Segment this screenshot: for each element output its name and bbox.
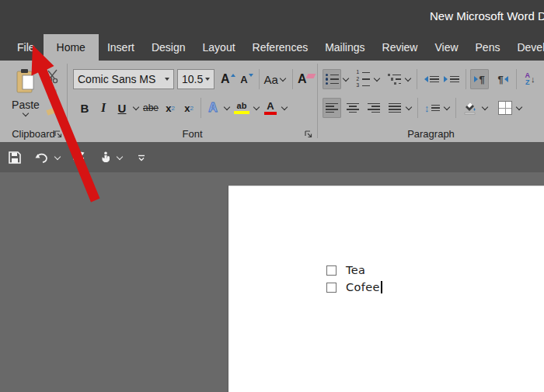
repeat-button[interactable] xyxy=(68,147,89,168)
checkbox-icon[interactable] xyxy=(326,265,337,276)
line-spacing-arrows-icon: ↕ xyxy=(424,102,430,114)
undo-button[interactable] xyxy=(31,147,53,168)
underline-chevron-icon[interactable] xyxy=(133,104,139,110)
bold-button[interactable]: B xyxy=(75,98,94,118)
touch-mode-hand-icon xyxy=(99,151,112,165)
subscript-button[interactable]: x2 xyxy=(161,98,180,118)
list-item-text[interactable]: Cofee xyxy=(346,281,380,293)
font-color-button[interactable]: A xyxy=(261,98,280,118)
font-color-chevron-icon[interactable] xyxy=(281,104,288,110)
clear-formatting-button[interactable]: A xyxy=(295,69,318,89)
superscript-num: 2 xyxy=(190,105,193,112)
highlight-chevron-icon[interactable] xyxy=(253,104,260,110)
ltr-text-direction-button[interactable]: ¶ xyxy=(470,69,489,89)
checkbox-icon[interactable] xyxy=(326,283,337,293)
paste-button[interactable]: Paste xyxy=(8,68,44,137)
font-size-dropdown-icon xyxy=(205,78,210,81)
paste-dropdown-chevron-icon[interactable] xyxy=(23,110,29,116)
change-case-glyph: Aa xyxy=(264,73,278,86)
clipboard-group: Paste Clipboard xyxy=(0,61,67,142)
decrease-indent-button[interactable] xyxy=(421,69,441,89)
bullets-button[interactable] xyxy=(323,69,341,89)
text-effects-button[interactable]: A xyxy=(204,98,222,118)
grow-font-button[interactable]: A xyxy=(218,69,238,89)
align-left-button[interactable] xyxy=(323,98,341,118)
increase-indent-button[interactable] xyxy=(441,69,462,89)
justify-chevron-icon[interactable] xyxy=(406,104,412,110)
shading-bucket-icon xyxy=(462,100,478,116)
ribbon: Paste Clipboard Comic Sa xyxy=(0,61,544,142)
eraser-icon xyxy=(306,74,316,78)
numbering-2: 2 xyxy=(357,77,360,82)
change-case-chevron-icon xyxy=(280,75,286,82)
tab-insert[interactable]: Insert xyxy=(99,34,143,61)
highlight-button[interactable]: ab xyxy=(232,98,252,118)
align-center-button[interactable] xyxy=(343,98,362,118)
tab-layout[interactable]: Layout xyxy=(194,34,244,61)
subscript-num: 2 xyxy=(171,105,174,112)
numbering-3: 3 xyxy=(357,83,360,88)
font-name-combobox[interactable]: Comic Sans MS xyxy=(73,69,174,89)
tab-design[interactable]: Design xyxy=(143,34,194,61)
text-effects-glyph: A xyxy=(208,101,218,115)
italic-button[interactable]: I xyxy=(94,98,113,118)
highlight-glyph: ab xyxy=(237,102,247,110)
save-button[interactable] xyxy=(5,147,25,168)
numbering-button[interactable]: 1 2 3 xyxy=(354,69,372,89)
rtl-arrow-icon xyxy=(504,76,508,82)
tab-developer[interactable]: Developer xyxy=(508,34,544,61)
shading-button[interactable] xyxy=(460,98,480,118)
shading-chevron-icon[interactable] xyxy=(481,104,487,110)
borders-button[interactable] xyxy=(496,98,514,118)
multilevel-chevron-icon[interactable] xyxy=(405,75,411,82)
list-item[interactable]: Cofee xyxy=(326,281,382,293)
align-right-button[interactable] xyxy=(364,98,383,118)
tab-references[interactable]: References xyxy=(244,34,317,61)
change-case-button[interactable]: Aa xyxy=(262,69,290,89)
multilevel-list-button[interactable] xyxy=(385,69,403,89)
tab-file[interactable]: File xyxy=(9,34,44,61)
touch-mode-chevron-icon[interactable] xyxy=(117,153,123,159)
touch-mouse-mode-button[interactable] xyxy=(96,147,115,168)
rtl-pilcrow-glyph: ¶ xyxy=(497,75,503,85)
save-icon xyxy=(8,151,22,165)
tab-pens[interactable]: Pens xyxy=(467,34,509,61)
sort-button[interactable]: A Z ↓ xyxy=(521,69,539,89)
clear-formatting-glyph: A xyxy=(298,72,307,86)
document-page[interactable]: Tea Cofee xyxy=(228,186,544,392)
repeat-icon xyxy=(71,151,85,165)
justify-button[interactable] xyxy=(385,98,404,118)
rtl-text-direction-button[interactable]: ¶ xyxy=(493,69,512,89)
customize-qat-icon xyxy=(137,153,146,162)
quick-access-toolbar xyxy=(0,142,544,172)
shrink-font-button[interactable]: A xyxy=(238,69,256,89)
font-color-bar xyxy=(264,112,277,115)
tab-review[interactable]: Review xyxy=(374,34,427,61)
text-effects-chevron-icon[interactable] xyxy=(224,104,230,110)
grow-font-glyph: A xyxy=(221,72,230,86)
strikethrough-glyph: abe xyxy=(143,102,159,113)
underline-button[interactable]: U xyxy=(113,98,131,118)
font-group: Comic Sans MS 10.5 A A Aa xyxy=(68,61,317,142)
tab-home[interactable]: Home xyxy=(44,34,99,61)
numbering-chevron-icon[interactable] xyxy=(374,75,380,82)
undo-icon xyxy=(34,151,50,165)
list-item[interactable]: Tea xyxy=(326,264,365,276)
list-item-text[interactable]: Tea xyxy=(346,264,365,276)
clipboard-dialog-launcher-icon[interactable] xyxy=(54,130,63,139)
customize-qat-button[interactable] xyxy=(134,147,149,168)
strikethrough-button[interactable]: abe xyxy=(141,98,161,118)
document-canvas[interactable]: Tea Cofee xyxy=(0,172,544,392)
superscript-button[interactable]: x2 xyxy=(180,98,198,118)
tab-mailings[interactable]: Mailings xyxy=(316,34,373,61)
tab-view[interactable]: View xyxy=(426,34,466,61)
font-size-combobox[interactable]: 10.5 xyxy=(177,69,214,89)
undo-chevron-icon[interactable] xyxy=(54,153,61,159)
text-cursor xyxy=(381,281,382,293)
line-spacing-chevron-icon[interactable] xyxy=(443,104,449,110)
line-spacing-button[interactable]: ↕ xyxy=(422,98,442,118)
borders-chevron-icon[interactable] xyxy=(515,104,521,110)
bullets-chevron-icon[interactable] xyxy=(343,75,349,82)
font-dialog-launcher-icon[interactable] xyxy=(304,130,313,139)
cut-copy-format-painter-icons[interactable] xyxy=(45,68,64,123)
